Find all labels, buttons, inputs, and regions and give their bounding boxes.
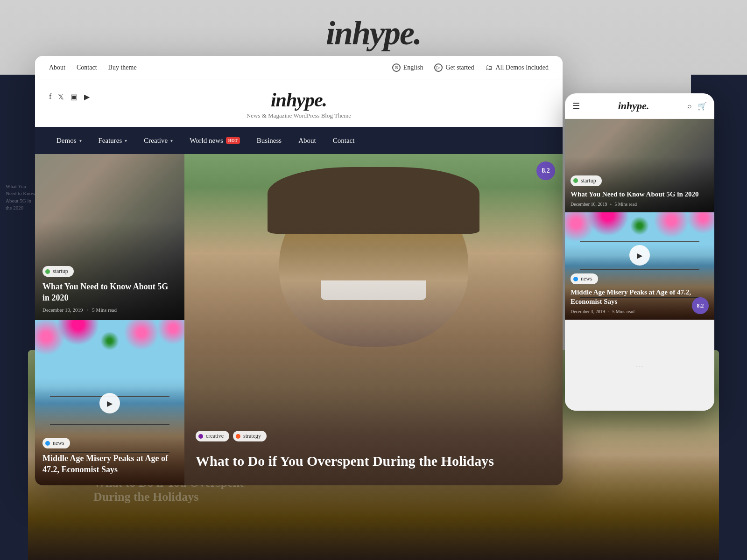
tag-dot-purple [198, 434, 203, 439]
nav-creative[interactable]: Creative ▾ [136, 133, 180, 148]
left-column: startup What You Need to Know About 5G i… [35, 154, 184, 485]
nav-about-label: About [298, 137, 316, 145]
nav-link-about[interactable]: About [49, 64, 65, 71]
site-tagline: News & Magazine WordPress Blog Theme [49, 112, 549, 119]
nav-business[interactable]: Business [249, 133, 289, 148]
language-label: English [403, 64, 423, 71]
chevron-down-icon: ▾ [170, 138, 173, 143]
get-started-item[interactable]: ▷ Get started [434, 63, 474, 72]
play-circle-icon: ▷ [434, 63, 443, 72]
hamburger-menu-icon[interactable]: ☰ [572, 101, 580, 111]
nav-link-contact[interactable]: Contact [77, 64, 97, 71]
play-video-button[interactable]: ▶ [99, 393, 120, 413]
article-misery-title: Middle Age Misery Peaks at Age of 47.2, … [42, 453, 177, 475]
mobile-tag-news[interactable]: news [571, 273, 598, 284]
article-5g-date: December 10, 2019 [42, 307, 83, 313]
nav-world-news[interactable]: World news HOT [182, 133, 247, 148]
mobile-5g-date: December 10, 2019 [571, 202, 607, 207]
utility-bar: About Contact Buy theme ⊙ English ▷ Get … [35, 56, 563, 79]
chevron-down-icon: ▾ [125, 138, 127, 143]
article-grid: startup What You Need to Know About 5G i… [35, 154, 563, 485]
nav-about[interactable]: About [291, 133, 324, 148]
mobile-play-button[interactable]: ▶ [629, 245, 650, 266]
nav-demos[interactable]: Demos ▾ [49, 133, 89, 148]
mobile-header-icons: ⌕ 🛒 [687, 102, 707, 111]
mobile-tag-dot-blue [573, 277, 578, 281]
social-icons: f 𝕏 ▣ ▶ [49, 92, 90, 101]
tag-dot-green [45, 269, 50, 274]
tag-news[interactable]: news [42, 438, 70, 448]
tag-creative[interactable]: creative [196, 431, 229, 441]
mobile-misery-read-time: 5 Mins read [612, 309, 634, 314]
desktop-window: About Contact Buy theme ⊙ English ▷ Get … [35, 56, 563, 485]
mobile-tag-news-label: news [581, 275, 592, 282]
get-started-label: Get started [445, 64, 474, 71]
separator: ◦ [86, 307, 88, 313]
mobile-window: ☰ inhype. ⌕ 🛒 startup What You Need to K… [565, 93, 714, 411]
mobile-tag-startup[interactable]: startup [571, 175, 602, 186]
utility-bar-right: ⊙ English ▷ Get started 🗂 All Demos Incl… [392, 63, 549, 72]
main-navigation: Demos ▾ Features ▾ Creative ▾ World news… [35, 127, 563, 154]
twitter-icon[interactable]: 𝕏 [58, 92, 64, 101]
all-demos-item[interactable]: 🗂 All Demos Included [485, 63, 549, 72]
tag-strategy-label: strategy [243, 433, 261, 440]
mobile-5g-content: startup What You Need to Know About 5G i… [565, 170, 714, 213]
article-5g-read-time: 5 Mins read [92, 307, 117, 313]
article-misery-content: news Middle Age Misery Peaks at Age of 4… [35, 430, 184, 485]
utility-bar-left: About Contact Buy theme [49, 64, 137, 71]
tag-creative-label: creative [206, 433, 224, 440]
mobile-header: ☰ inhype. ⌕ 🛒 [565, 93, 714, 119]
site-logo[interactable]: inhype. [49, 89, 549, 111]
separator: ◦ [608, 309, 610, 314]
tag-dot-blue [45, 441, 50, 446]
article-card-holidays[interactable]: 8.2 creative strategy What to Do if You … [184, 154, 563, 485]
nav-features[interactable]: Features ▾ [91, 133, 135, 148]
youtube-icon[interactable]: ▶ [84, 92, 90, 101]
mobile-misery-meta: December 3, 2019 ◦ 5 Mins read [571, 309, 709, 314]
mobile-score-badge: 8.2 [692, 297, 709, 314]
nav-link-buy[interactable]: Buy theme [108, 64, 137, 71]
nav-demos-label: Demos [56, 137, 77, 145]
nav-creative-label: Creative [144, 137, 168, 145]
article-5g-title: What You Need to Know About 5G in 2020 [42, 281, 177, 303]
language-selector[interactable]: ⊙ English [392, 63, 423, 72]
mobile-misery-title: Middle Age Misery Peaks at Age of 47.2, … [571, 288, 709, 306]
facebook-icon[interactable]: f [49, 92, 51, 101]
hot-badge: HOT [226, 137, 240, 144]
all-demos-label: All Demos Included [495, 64, 549, 71]
mobile-misery-date: December 3, 2019 [571, 309, 605, 314]
nav-features-label: Features [99, 137, 122, 145]
article-holidays-title: What to Do if You Overspent During the H… [196, 453, 551, 469]
separator: ◦ [610, 202, 612, 207]
tag-startup-label: startup [53, 268, 68, 275]
instagram-icon[interactable]: ▣ [70, 92, 78, 101]
article-card-5g[interactable]: startup What You Need to Know About 5G i… [35, 154, 184, 320]
nav-world-news-label: World news [190, 137, 223, 145]
mobile-more-content: ··· [635, 360, 644, 373]
mobile-5g-meta: December 10, 2019 ◦ 5 Mins read [571, 202, 709, 207]
folder-icon: 🗂 [485, 63, 493, 72]
score-badge: 8.2 [536, 161, 555, 180]
tag-startup[interactable]: startup [42, 266, 74, 277]
mobile-logo[interactable]: inhype. [618, 100, 649, 112]
mobile-tag-dot [573, 178, 578, 183]
mobile-bottom-area: ··· [565, 320, 714, 411]
article-card-misery[interactable]: ▶ news Middle Age Misery Peaks at Age of… [35, 320, 184, 485]
mobile-misery-content: news Middle Age Misery Peaks at Age of 4… [565, 268, 714, 320]
mobile-tag-startup-label: startup [581, 177, 596, 184]
mobile-5g-read-time: 5 Mins read [614, 202, 637, 207]
mobile-article-5g[interactable]: startup What You Need to Know About 5G i… [565, 119, 714, 212]
tag-strategy[interactable]: strategy [233, 431, 267, 441]
site-header: f 𝕏 ▣ ▶ inhype. News & Magazine WordPres… [35, 79, 563, 127]
mobile-cart-icon[interactable]: 🛒 [698, 102, 707, 111]
mobile-search-icon[interactable]: ⌕ [687, 102, 692, 110]
nav-business-label: Business [257, 137, 282, 145]
article-5g-content: startup What You Need to Know About 5G i… [35, 259, 184, 320]
chevron-down-icon: ▾ [79, 138, 82, 143]
nav-contact[interactable]: Contact [325, 133, 362, 148]
mobile-article-misery[interactable]: ▶ news Middle Age Misery Peaks at Age of… [565, 212, 714, 320]
globe-icon: ⊙ [392, 63, 401, 72]
bg-site-title: inhype. [286, 14, 460, 53]
nav-contact-label: Contact [333, 137, 355, 145]
article-5g-meta: December 10, 2019 ◦ 5 Mins read [42, 307, 177, 313]
